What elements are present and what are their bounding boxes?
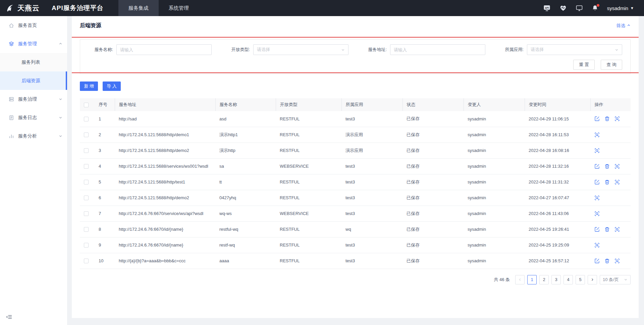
view-icon[interactable] <box>594 148 600 153</box>
delete-icon[interactable] <box>604 258 610 264</box>
row-checkbox[interactable] <box>84 243 89 248</box>
cell-actions <box>590 158 631 174</box>
cell-editor: sysadmin <box>464 111 525 127</box>
search-button[interactable]: 查 询 <box>601 60 622 70</box>
sidebar-item-label: 服务治理 <box>18 96 37 102</box>
page-button-5[interactable]: 5 <box>576 275 585 284</box>
view-icon[interactable] <box>614 258 620 264</box>
row-checkbox[interactable] <box>84 259 89 263</box>
cell-url: http://{a}/{b}?a=aaa&b=bbb&c=ccc <box>115 253 215 269</box>
sidebar-item[interactable]: 服务日志 <box>0 108 67 127</box>
reset-button[interactable]: 重 置 <box>573 60 595 70</box>
edit-icon[interactable] <box>594 164 600 169</box>
page-button-2[interactable]: 2 <box>539 275 549 284</box>
cell-index: 8 <box>95 221 115 237</box>
page-button-4[interactable]: 4 <box>564 275 573 284</box>
row-checkbox[interactable] <box>84 132 89 137</box>
cell-actions <box>590 111 631 127</box>
column-header: 变更人 <box>464 98 525 111</box>
cell-checkbox <box>80 174 95 190</box>
page-size-select[interactable]: 10 条/页 <box>600 275 631 284</box>
table-toolbar: 新 增 导 入 <box>80 82 631 91</box>
cell-type: RESTFUL <box>276 143 341 158</box>
select-all-checkbox[interactable] <box>84 103 89 107</box>
cell-app: 演示应用 <box>341 143 402 158</box>
nav-tab-1[interactable]: 系统管理 <box>159 0 199 16</box>
sidebar-item-label: 服务管理 <box>18 41 37 47</box>
top-navbar: 天燕云 API服务治理平台 服务集成系统管理 API sysadmin ▼ <box>0 0 644 16</box>
cell-name: restf-wq <box>215 237 276 253</box>
add-button[interactable]: 新 增 <box>80 82 98 91</box>
page-button-1[interactable]: 1 <box>527 275 537 284</box>
cell-editor: sysadmin <box>464 221 525 237</box>
edit-icon[interactable] <box>594 258 600 264</box>
chevron-down-icon <box>624 278 628 281</box>
cell-name: sa <box>215 158 276 174</box>
table-row: 8 http://172.24.6.76:6670/id/{name} rest… <box>80 221 631 237</box>
product-title: API服务治理平台 <box>52 4 104 12</box>
row-checkbox[interactable] <box>84 227 89 232</box>
row-checkbox[interactable] <box>84 196 89 200</box>
filter-input-0[interactable] <box>116 44 212 55</box>
cell-status: 已保存 <box>402 206 464 221</box>
chevron-down-icon <box>341 48 345 52</box>
sidebar-subitem[interactable]: 服务列表 <box>0 53 67 71</box>
view-icon[interactable] <box>614 116 620 121</box>
prev-page-button[interactable]: ‹ <box>515 275 525 284</box>
view-icon[interactable] <box>594 195 600 201</box>
collapse-sidebar-icon[interactable] <box>6 314 12 321</box>
filter-input-2[interactable] <box>390 44 485 55</box>
nav-tab-0[interactable]: 服务集成 <box>118 0 159 16</box>
cell-index: 10 <box>95 253 115 269</box>
view-icon[interactable] <box>614 179 620 185</box>
delete-icon[interactable] <box>604 227 610 232</box>
user-menu[interactable]: sysadmin ▼ <box>607 5 634 11</box>
view-icon[interactable] <box>594 211 600 216</box>
row-checkbox[interactable] <box>84 117 89 121</box>
cell-index: 9 <box>95 237 115 253</box>
sidebar-item[interactable]: 服务治理 <box>0 90 67 108</box>
view-icon[interactable] <box>614 227 620 232</box>
cell-name: tt <box>215 174 276 190</box>
notification-dot <box>597 4 599 7</box>
page-button-3[interactable]: 3 <box>551 275 561 284</box>
filter-select-3[interactable]: 请选择 <box>527 44 622 55</box>
view-icon[interactable] <box>594 242 600 248</box>
column-header: 序号 <box>95 98 115 111</box>
sidebar-item[interactable]: 服务首页 <box>0 16 67 35</box>
pagination: 共 46 条‹12345› 10 条/页 <box>80 275 631 284</box>
sidebar-item[interactable]: 服务分析 <box>0 127 67 145</box>
cell-editor: sysadmin <box>464 174 525 190</box>
filter-toggle-link[interactable]: 筛选 <box>616 23 631 29</box>
api-doc-icon[interactable]: API <box>543 5 551 11</box>
cell-checkbox <box>80 206 95 221</box>
cell-name: 0427yhq <box>215 190 276 206</box>
monitor-icon[interactable] <box>576 5 583 11</box>
cell-status: 已保存 <box>402 111 464 127</box>
view-icon[interactable] <box>614 164 620 169</box>
edit-icon[interactable] <box>594 227 600 232</box>
filter-field: 所属应用: 请选择 <box>499 44 622 55</box>
next-page-button[interactable]: › <box>588 275 597 284</box>
cell-url: http://172.24.6.76:6670/id/{name} <box>115 237 215 253</box>
edit-icon[interactable] <box>594 179 600 185</box>
edit-icon[interactable] <box>594 116 600 121</box>
cell-app: test3 <box>341 206 402 221</box>
notification-bell-icon[interactable] <box>592 5 598 11</box>
delete-icon[interactable] <box>604 164 610 169</box>
import-button[interactable]: 导 入 <box>103 82 121 91</box>
health-icon[interactable] <box>559 5 567 11</box>
cell-editor: sysadmin <box>464 190 525 206</box>
cell-editor: sysadmin <box>464 206 525 221</box>
delete-icon[interactable] <box>604 116 610 121</box>
filter-select-1[interactable]: 请选择 <box>253 44 348 55</box>
sidebar-subitem[interactable]: 后端资源 <box>0 71 67 90</box>
row-checkbox[interactable] <box>84 164 89 169</box>
view-icon[interactable] <box>594 132 600 138</box>
row-checkbox[interactable] <box>84 148 89 153</box>
sidebar-item[interactable]: 服务管理 <box>0 35 67 53</box>
delete-icon[interactable] <box>604 179 610 185</box>
filter-actions: 重 置 查 询 <box>88 60 622 70</box>
row-checkbox[interactable] <box>84 180 89 184</box>
row-checkbox[interactable] <box>84 211 89 216</box>
